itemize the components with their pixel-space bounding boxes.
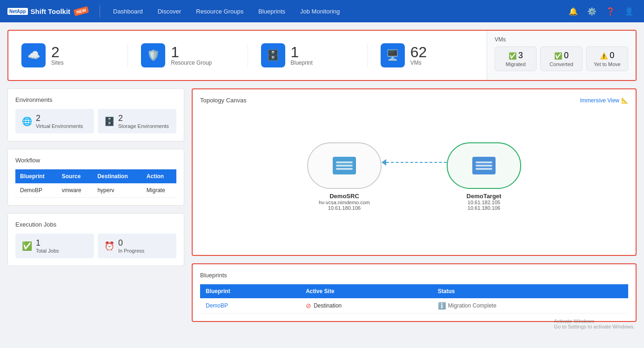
total-jobs-icon: ✅ — [22, 241, 32, 251]
bp-header-blueprint: Blueprint — [200, 284, 300, 298]
stat-vms-text: 62 VMs — [410, 45, 427, 66]
topology-arrow — [382, 159, 447, 194]
bp-header-status: Status — [432, 284, 628, 298]
notifications-button[interactable]: 🔔 — [566, 4, 581, 19]
in-progress-item: ⏰ 0 In Progress — [98, 234, 176, 258]
stats-section: ☁️ 2 Sites 🛡️ 1 Resource Group 🗄️ 1 — [8, 31, 487, 80]
bp-label: Blueprint — [291, 60, 313, 66]
blueprints-card: Blueprints Blueprint Active Site Status … — [192, 263, 637, 322]
settings-button[interactable]: ⚙️ — [584, 4, 599, 19]
topology-header: Topology Canvas Immersive View 📐 — [200, 97, 628, 104]
jobs-grid: ✅ 1 Total Jobs ⏰ 0 In Progress — [15, 234, 176, 258]
active-site-text: Destination — [314, 302, 342, 309]
rg-label: Resource Group — [171, 60, 212, 66]
server-line-1 — [336, 161, 353, 163]
help-button[interactable]: ❓ — [603, 4, 618, 19]
target-sub2: 10.61.180.106 — [467, 205, 502, 211]
nav-blueprints[interactable]: Blueprints — [251, 0, 293, 22]
immersive-view-label: Immersive View — [580, 97, 619, 104]
storage-env-label: Storage Environments — [118, 123, 169, 129]
dashed-line — [386, 162, 447, 163]
vms-count: 62 — [410, 45, 427, 60]
converted-label: Converted — [546, 61, 576, 67]
topology-title: Topology Canvas — [200, 97, 247, 104]
vms-label: VMs — [410, 60, 427, 66]
target-server-line-1 — [476, 161, 492, 163]
workflow-title: Workflow — [15, 157, 176, 164]
virtual-env-item: 🌐 2 Virtual Environments — [15, 109, 94, 134]
vms-badges: ✅ 3 Migrated ✅ 0 Converted ⚠️ 0 — [495, 47, 628, 71]
stat-sites: ☁️ 2 Sites — [8, 43, 128, 67]
topology-canvas: DemoSRC hv-vcsa.nimdemo.com 10.61.180.10… — [200, 111, 628, 241]
source-sub1: hv-vcsa.nimdemo.com — [319, 200, 370, 205]
stat-sites-text: 2 Sites — [51, 45, 64, 66]
rg-count: 1 — [171, 45, 212, 60]
wf-header-source: Source — [57, 169, 93, 183]
table-row: DemoBP ⊘ Destination ℹ️ — [200, 298, 628, 314]
arrow-head-icon — [382, 159, 386, 166]
source-node: DemoSRC hv-vcsa.nimdemo.com 10.61.180.10… — [307, 142, 382, 211]
sites-icon: ☁️ — [21, 43, 46, 67]
migrated-count: 3 — [518, 51, 523, 60]
in-progress-count: 0 — [118, 238, 144, 248]
total-jobs-label: Total Jobs — [36, 248, 59, 254]
lower-grid: Environments 🌐 2 Virtual Environments 🗄️… — [7, 88, 637, 322]
status-icon: ℹ️ — [438, 302, 446, 309]
bp-row-status: ℹ️ Migration Complete — [432, 298, 628, 314]
execution-jobs-card: Execution Jobs ✅ 1 Total Jobs ⏰ 0 In Pr — [7, 213, 184, 266]
nav-dashboard[interactable]: Dashboard — [106, 0, 150, 22]
environments-card: Environments 🌐 2 Virtual Environments 🗄️… — [7, 88, 184, 141]
yet-to-move-dot: ⚠️ — [600, 52, 608, 60]
migrated-count-row: ✅ 3 — [501, 51, 530, 60]
total-jobs-count: 1 — [36, 238, 59, 248]
vms-section-title: VMs — [495, 36, 628, 43]
source-label: DemoSRC hv-vcsa.nimdemo.com 10.61.180.10… — [319, 193, 370, 211]
nav-divider — [100, 5, 100, 18]
immersive-view-icon: 📐 — [621, 97, 628, 104]
converted-dot: ✅ — [554, 52, 562, 60]
status-complete: ℹ️ Migration Complete — [438, 302, 623, 309]
storage-env-icon: 🗄️ — [104, 116, 114, 127]
nav-resource-groups[interactable]: Resource Groups — [188, 0, 251, 22]
virtual-env-icon: 🌐 — [22, 116, 32, 127]
brand: NetApp Shift Toolkit NEW — [7, 7, 88, 15]
migrated-badge: ✅ 3 Migrated — [495, 47, 537, 71]
in-progress-label: In Progress — [118, 248, 144, 254]
vms-section: VMs ✅ 3 Migrated ✅ 0 Converted — [487, 31, 636, 80]
in-progress-text: 0 In Progress — [118, 238, 144, 254]
nav-icons: 🔔 ⚙️ ❓ 👤 — [566, 4, 637, 19]
stat-bp-text: 1 Blueprint — [291, 45, 313, 66]
blueprint-icon: 🗄️ — [261, 43, 285, 67]
environments-grid: 🌐 2 Virtual Environments 🗄️ 2 Storage En… — [15, 109, 176, 134]
total-jobs-item: ✅ 1 Total Jobs — [15, 234, 94, 258]
converted-badge: ✅ 0 Converted — [540, 47, 582, 71]
nav-job-monitoring[interactable]: Job Monitoring — [293, 0, 347, 22]
yet-to-move-count: 0 — [610, 51, 614, 60]
target-cloud — [447, 142, 521, 189]
right-column: Topology Canvas Immersive View 📐 — [192, 88, 637, 322]
wf-header-action: Action — [142, 169, 176, 183]
blueprints-table: Blueprint Active Site Status DemoBP — [200, 284, 628, 314]
yet-to-move-badge: ⚠️ 0 Yet to Move — [586, 47, 628, 71]
workflow-table: Blueprint Source Destination Action Demo… — [15, 169, 176, 198]
target-server-icon — [472, 157, 496, 174]
nav-links: Dashboard Discover Resource Groups Bluep… — [106, 0, 566, 22]
netapp-logo: NetApp — [7, 8, 28, 15]
demobp-link[interactable]: DemoBP — [206, 302, 228, 309]
immersive-view-link[interactable]: Immersive View 📐 — [580, 97, 628, 104]
storage-env-count: 2 — [118, 114, 169, 123]
wf-blueprint: DemoBP — [15, 183, 57, 198]
user-button[interactable]: 👤 — [622, 4, 637, 19]
topology-card: Topology Canvas Immersive View 📐 — [192, 88, 637, 256]
target-server-line-2 — [476, 165, 492, 167]
environments-title: Environments — [15, 96, 176, 103]
left-column: Environments 🌐 2 Virtual Environments 🗄️… — [7, 88, 184, 322]
total-jobs-text: 1 Total Jobs — [36, 238, 59, 254]
storage-env-item: 🗄️ 2 Storage Environments — [98, 109, 176, 134]
status-text: Migration Complete — [448, 302, 496, 309]
nav-discover[interactable]: Discover — [150, 0, 189, 22]
execution-jobs-title: Execution Jobs — [15, 221, 176, 228]
wf-header-destination: Destination — [93, 169, 141, 183]
activate-watermark: Activate WindowsGo to Settings to activa… — [554, 318, 635, 329]
table-row: DemoBP vmware hyperv Migrate — [15, 183, 176, 198]
